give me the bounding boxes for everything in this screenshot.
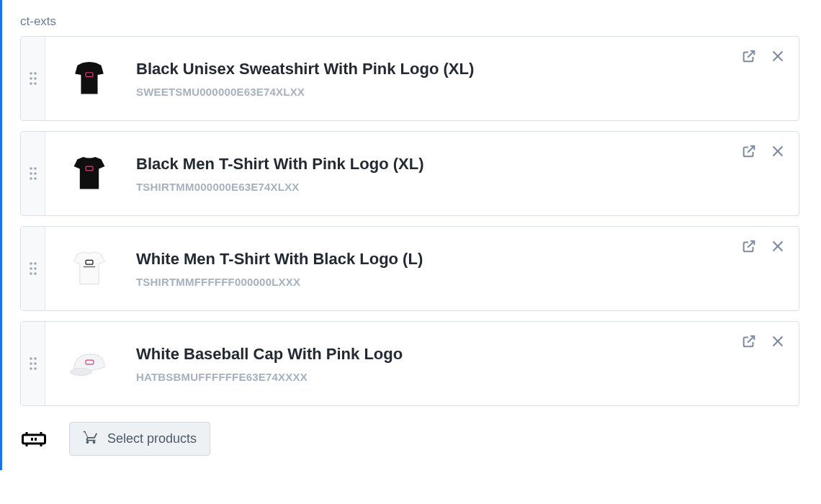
- svg-point-2: [30, 77, 32, 80]
- svg-point-26: [30, 367, 32, 370]
- svg-point-27: [34, 367, 37, 370]
- svg-point-8: [34, 167, 37, 170]
- product-name: White Baseball Cap With Pink Logo: [136, 344, 728, 364]
- select-products-label: Select products: [107, 431, 197, 446]
- product-thumbnail: [57, 45, 122, 112]
- product-row: Black Unisex Sweatshirt With Pink Logo (…: [20, 36, 799, 121]
- drag-handle-icon[interactable]: [21, 227, 45, 310]
- product-actions: [734, 227, 799, 310]
- svg-rect-31: [31, 438, 33, 441]
- svg-point-12: [34, 177, 37, 180]
- svg-point-3: [34, 77, 37, 80]
- product-info: Black Unisex Sweatshirt With Pink Logo (…: [130, 37, 734, 120]
- open-external-icon[interactable]: [741, 48, 757, 64]
- product-list: Black Unisex Sweatshirt With Pink Logo (…: [20, 36, 799, 406]
- product-sku: HATBSBMUFFFFFFE63E74XXXX: [136, 371, 728, 383]
- svg-point-17: [34, 267, 37, 270]
- cart-icon: [83, 429, 99, 449]
- drag-handle-icon[interactable]: [21, 322, 45, 405]
- product-actions: [734, 37, 799, 120]
- svg-rect-21: [84, 266, 96, 268]
- svg-point-19: [34, 272, 37, 275]
- product-name: Black Men T-Shirt With Pink Logo (XL): [136, 154, 728, 174]
- product-row: White Men T-Shirt With Black Logo (L) TS…: [20, 226, 799, 311]
- product-row: Black Men T-Shirt With Pink Logo (XL) TS…: [20, 131, 799, 216]
- footer-row: Select products: [20, 422, 799, 456]
- product-thumbnail: [57, 330, 122, 397]
- svg-point-14: [30, 262, 32, 265]
- svg-point-0: [30, 72, 32, 75]
- svg-point-25: [34, 362, 37, 365]
- open-external-icon[interactable]: [741, 238, 757, 254]
- product-sku: SWEETSMU000000E63E74XLXX: [136, 86, 728, 98]
- product-name: White Men T-Shirt With Black Logo (L): [136, 249, 728, 269]
- product-thumbnail: [57, 140, 122, 207]
- product-actions: [734, 132, 799, 215]
- svg-rect-32: [35, 438, 37, 441]
- product-info: White Men T-Shirt With Black Logo (L) TS…: [130, 227, 734, 310]
- svg-point-1: [34, 72, 37, 75]
- product-thumbnail: [57, 235, 122, 302]
- product-row: White Baseball Cap With Pink Logo HATBSB…: [20, 321, 799, 406]
- svg-point-5: [34, 82, 37, 85]
- svg-point-15: [34, 262, 37, 265]
- open-external-icon[interactable]: [741, 333, 757, 349]
- svg-point-16: [30, 267, 32, 270]
- product-actions: [734, 322, 799, 405]
- svg-point-7: [30, 167, 32, 170]
- product-name: Black Unisex Sweatshirt With Pink Logo (…: [136, 59, 728, 79]
- svg-point-28: [71, 369, 92, 376]
- svg-point-11: [30, 177, 32, 180]
- svg-point-4: [30, 82, 32, 85]
- close-icon[interactable]: [770, 48, 786, 64]
- svg-point-18: [30, 272, 32, 275]
- svg-point-9: [30, 172, 32, 175]
- svg-point-24: [30, 362, 32, 365]
- open-external-icon[interactable]: [741, 143, 757, 159]
- select-products-button[interactable]: Select products: [69, 422, 210, 456]
- close-icon[interactable]: [770, 143, 786, 159]
- brand-logo-icon: [20, 428, 48, 451]
- close-icon[interactable]: [770, 333, 786, 349]
- section-label: ct-exts: [20, 14, 799, 29]
- product-info: White Baseball Cap With Pink Logo HATBSB…: [130, 322, 734, 405]
- close-icon[interactable]: [770, 238, 786, 254]
- drag-handle-icon[interactable]: [21, 37, 45, 120]
- svg-point-23: [34, 357, 37, 360]
- product-sku: TSHIRTMM000000E63E74XLXX: [136, 181, 728, 193]
- product-info: Black Men T-Shirt With Pink Logo (XL) TS…: [130, 132, 734, 215]
- drag-handle-icon[interactable]: [21, 132, 45, 215]
- svg-rect-30: [23, 435, 45, 444]
- product-sku: TSHIRTMMFFFFFF000000LXXX: [136, 276, 728, 288]
- svg-point-10: [34, 172, 37, 175]
- svg-point-22: [30, 357, 32, 360]
